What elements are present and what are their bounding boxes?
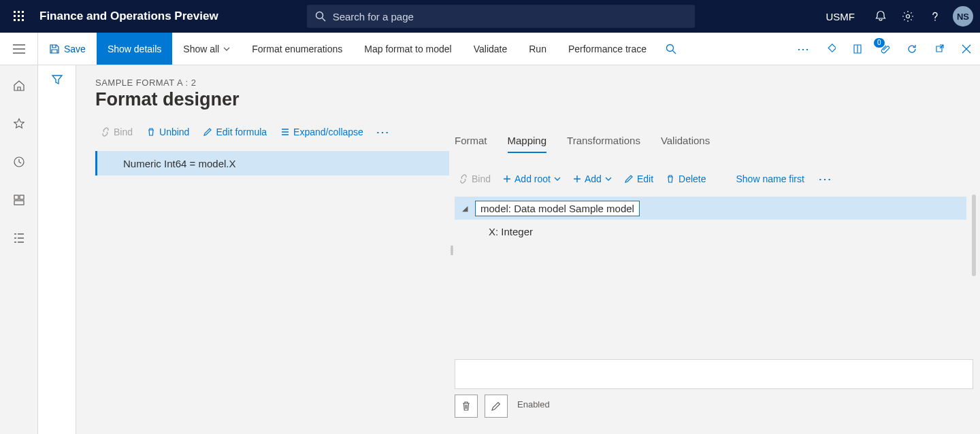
diamond-icon[interactable] <box>817 35 844 63</box>
svg-rect-16 <box>14 195 18 199</box>
svg-rect-6 <box>14 19 16 21</box>
modules-icon[interactable] <box>7 226 31 250</box>
validate-button[interactable]: Validate <box>463 33 519 65</box>
svg-rect-8 <box>22 19 24 21</box>
add-root-label: Add root <box>514 173 551 184</box>
attach-icon[interactable]: 0 <box>871 35 898 63</box>
map-bind-label: Bind <box>472 173 491 184</box>
help-icon[interactable] <box>921 3 949 30</box>
svg-rect-2 <box>22 11 24 13</box>
unbind-label: Unbind <box>159 127 189 137</box>
chevron-down-icon <box>223 47 230 51</box>
add-root-button[interactable]: Add root <box>499 171 565 187</box>
attach-badge: 0 <box>874 38 885 48</box>
edit-square-button[interactable] <box>485 395 508 418</box>
format-tree-node[interactable]: Numeric Int64 = model.X <box>95 151 449 176</box>
recent-icon[interactable] <box>7 150 31 174</box>
edit-button[interactable]: Edit <box>620 171 657 187</box>
bell-icon[interactable] <box>867 3 894 30</box>
expand-label: Expand/collapse <box>293 127 363 137</box>
save-button[interactable]: Save <box>38 33 97 65</box>
show-name-first-button[interactable]: Show name first <box>730 171 809 187</box>
show-details-button[interactable]: Show details <box>97 33 172 65</box>
workspace-icon[interactable] <box>7 188 31 212</box>
add-label: Add <box>585 173 602 184</box>
format-enumerations-button[interactable]: Format enumerations <box>241 33 353 65</box>
trash-icon <box>146 127 156 137</box>
popout-icon[interactable] <box>926 35 953 63</box>
enabled-label: Enabled <box>517 399 550 410</box>
edit-formula-button[interactable]: Edit formula <box>197 124 272 140</box>
show-all-label: Show all <box>183 44 219 54</box>
pencil-icon <box>624 174 634 184</box>
map-bind-button: Bind <box>455 171 495 187</box>
tab-validations[interactable]: Validations <box>661 132 710 153</box>
bind-label: Bind <box>114 127 133 137</box>
tab-format[interactable]: Format <box>455 132 487 153</box>
overflow-icon[interactable]: ⋯ <box>789 35 817 63</box>
delete-button[interactable]: Delete <box>662 171 710 187</box>
splitter[interactable] <box>448 65 455 434</box>
breadcrumb: SAMPLE FORMAT A : 2 <box>95 78 448 88</box>
mapping-tree-child[interactable]: X: Integer <box>455 220 966 243</box>
svg-rect-1 <box>18 11 20 13</box>
refresh-icon[interactable] <box>898 35 926 63</box>
svg-rect-18 <box>14 201 24 205</box>
link-icon <box>101 127 110 137</box>
avatar[interactable]: NS <box>953 6 973 27</box>
search-input[interactable] <box>333 11 687 22</box>
edit-formula-label: Edit formula <box>216 127 267 137</box>
formula-textbox[interactable] <box>455 359 973 389</box>
search-box[interactable] <box>307 5 695 28</box>
collapse-icon[interactable]: ◢ <box>455 204 475 213</box>
svg-rect-4 <box>18 15 20 17</box>
map-format-button[interactable]: Map format to model <box>353 33 462 65</box>
performance-trace-button[interactable]: Performance trace <box>557 33 657 65</box>
expand-collapse-button[interactable]: Expand/collapse <box>275 124 369 140</box>
filter-icon[interactable] <box>51 73 63 434</box>
map-overflow-icon[interactable]: ⋯ <box>814 171 836 187</box>
svg-rect-14 <box>828 44 836 51</box>
delete-label: Delete <box>679 173 706 184</box>
show-all-button[interactable]: Show all <box>172 33 241 65</box>
chevron-down-icon <box>554 177 561 181</box>
book-icon[interactable] <box>844 35 871 63</box>
company-label[interactable]: USMF <box>826 11 855 22</box>
unbind-button[interactable]: Unbind <box>141 124 195 140</box>
mapping-tree-root[interactable]: ◢ model: Data model Sample model <box>455 197 966 220</box>
svg-point-12 <box>667 44 674 51</box>
gear-icon[interactable] <box>894 3 921 30</box>
svg-rect-0 <box>14 11 16 13</box>
bind-button: Bind <box>95 124 138 140</box>
trash-icon <box>666 174 675 184</box>
link-icon <box>459 174 468 184</box>
hamburger-icon[interactable] <box>0 33 38 65</box>
tab-transformations[interactable]: Transformations <box>567 132 640 153</box>
star-icon[interactable] <box>7 112 31 136</box>
tree-overflow-icon[interactable]: ⋯ <box>372 124 394 140</box>
search-icon <box>315 11 326 22</box>
trash-icon <box>461 401 472 412</box>
svg-line-13 <box>673 50 676 54</box>
toolbar-search-icon[interactable] <box>657 35 685 63</box>
svg-point-11 <box>906 15 910 18</box>
delete-square-button[interactable] <box>455 395 478 418</box>
plus-icon <box>503 175 511 183</box>
pencil-icon <box>491 401 502 412</box>
tab-mapping[interactable]: Mapping <box>508 132 547 153</box>
run-button[interactable]: Run <box>518 33 557 65</box>
page-title: Format designer <box>95 89 448 110</box>
scrollbar[interactable] <box>972 195 976 276</box>
app-title: Finance and Operations Preview <box>39 10 218 23</box>
mapping-root-label: model: Data model Sample model <box>475 201 640 216</box>
plus-icon <box>573 175 581 183</box>
svg-point-9 <box>316 12 323 19</box>
home-icon[interactable] <box>7 73 31 98</box>
add-button[interactable]: Add <box>569 171 616 187</box>
svg-line-10 <box>322 18 325 22</box>
close-icon[interactable] <box>953 35 980 63</box>
list-icon <box>280 127 290 137</box>
waffle-icon[interactable] <box>7 4 31 29</box>
svg-rect-5 <box>22 15 24 17</box>
save-icon <box>49 44 60 54</box>
